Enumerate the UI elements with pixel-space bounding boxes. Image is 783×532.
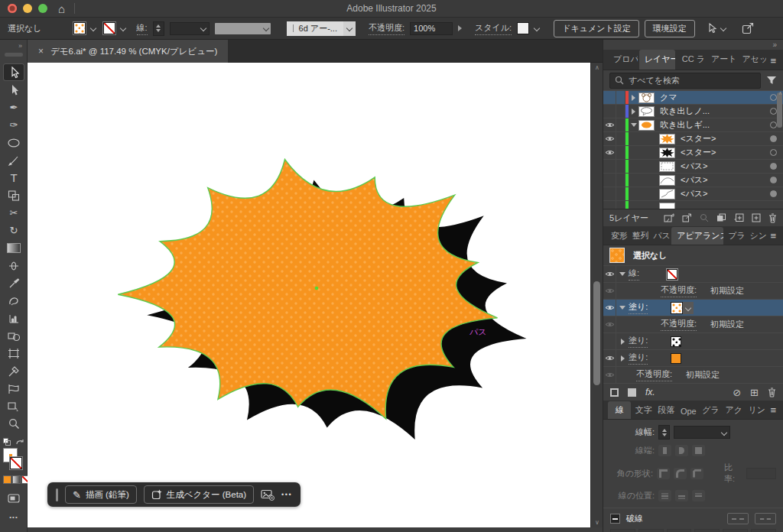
share-icon[interactable] [742, 22, 755, 34]
swap-fill-stroke-icon[interactable] [15, 438, 24, 446]
gap-field[interactable]: 0 pt [751, 529, 776, 532]
make-mask-icon[interactable] [716, 213, 726, 222]
layer-row-fukidashi-no[interactable]: 吹き出しノ... [603, 105, 783, 118]
stroke-chevron-icon[interactable] [119, 25, 125, 31]
visibility-toggle[interactable] [603, 201, 616, 209]
collapse-icon[interactable] [619, 306, 625, 310]
object-row-path-1[interactable]: <パス> [603, 160, 783, 174]
layer-name[interactable]: 吹き出しギ... [660, 119, 770, 131]
opacity-label[interactable]: 不透明度: [369, 22, 404, 35]
fill-chevron-icon[interactable] [89, 25, 96, 31]
search-input[interactable]: すべてを検索 [609, 73, 761, 89]
opacity-row-label[interactable]: 不透明度: [661, 284, 697, 297]
appearance-row-opacity-3[interactable]: 不透明度: 初期設定 [603, 367, 783, 384]
stroke-row-swatch[interactable] [667, 269, 677, 280]
fill-row-label[interactable]: 塗り: [629, 335, 648, 348]
tab-align[interactable]: 整列 [629, 227, 649, 245]
fill-row-label[interactable]: 塗り: [629, 352, 648, 365]
target-circle[interactable] [770, 108, 777, 115]
layer-thumbnail[interactable] [638, 106, 655, 117]
appearance-row-opacity-2[interactable]: 不透明度: 初期設定 [603, 316, 783, 333]
target-circle[interactable] [770, 94, 777, 101]
opacity-expand-icon[interactable] [458, 25, 462, 31]
visibility-toggle[interactable] [603, 118, 616, 131]
appearance-row-fill-orange[interactable]: 塗り: [603, 350, 783, 367]
tab-stroke[interactable]: 線 [608, 401, 631, 419]
direct-selection-tool[interactable] [4, 82, 24, 98]
brush-definition-dropdown[interactable] [215, 23, 271, 34]
home-icon[interactable]: ⌂ [58, 2, 65, 15]
toolbar-collapse-icon[interactable]: » [0, 40, 27, 50]
draw-pencil-button[interactable]: ✎ 描画 (鉛筆) [65, 485, 137, 504]
bevel-join-button[interactable] [690, 468, 703, 479]
tab-cc-libraries[interactable]: CC ラ [677, 50, 704, 70]
visibility-toggle[interactable] [603, 300, 616, 316]
object-name[interactable]: <パス> [681, 161, 770, 172]
visibility-toggle[interactable] [603, 316, 616, 332]
scissors-tool[interactable]: ✂ [4, 205, 24, 221]
panel-menu-icon[interactable]: ≡ [768, 55, 778, 70]
visibility-toggle[interactable] [603, 367, 616, 383]
eyedropper-tool[interactable] [4, 275, 24, 291]
width-tool[interactable] [4, 258, 24, 274]
fill-swatch-chevron[interactable] [683, 302, 694, 314]
dashed-line-checkbox[interactable] [610, 514, 620, 524]
graphic-style-chevron-icon[interactable] [534, 25, 540, 31]
miter-join-button[interactable] [657, 468, 670, 479]
taskbar-more-button[interactable]: ••• [281, 491, 292, 498]
layer-thumbnail[interactable] [638, 92, 655, 103]
visibility-toggle[interactable] [603, 132, 616, 145]
graphic-style-swatch[interactable] [517, 22, 529, 34]
minimize-window-button[interactable] [23, 4, 32, 13]
delete-layer-icon[interactable] [768, 213, 777, 223]
duplicate-item-icon[interactable]: ⊞ [750, 387, 759, 398]
close-window-button[interactable] [8, 4, 17, 13]
scroll-down-icon[interactable]: ∨ [591, 519, 603, 526]
edit-toolbar-button[interactable]: ••• [4, 509, 24, 525]
object-thumbnail[interactable] [659, 134, 675, 144]
generate-vector-button[interactable]: 生成ベクター (Beta) [144, 485, 254, 504]
tab-pathfinder[interactable]: パス [650, 227, 670, 245]
ellipse-tool[interactable] [4, 135, 24, 151]
export-icon[interactable] [682, 213, 692, 222]
default-fill-stroke-icon[interactable] [3, 438, 11, 446]
stroke-weight-dropdown[interactable] [170, 22, 210, 35]
layer-name[interactable]: クマ [660, 92, 770, 103]
locate-object-icon[interactable] [700, 213, 709, 222]
fill-swatch[interactable] [73, 22, 86, 34]
fill-row-swatch[interactable] [671, 302, 683, 314]
collect-export-icon[interactable] [664, 213, 674, 222]
style-preset-dropdown[interactable]: 6d アー-... [287, 21, 356, 36]
preferences-button[interactable]: 環境設定 [645, 20, 695, 37]
appearance-row-opacity-1[interactable]: 不透明度: 初期設定 [603, 283, 783, 300]
maximize-window-button[interactable] [38, 4, 47, 13]
document-tab[interactable]: × デモ6.ai* @ 117.49 % (CMYK/プレビュー) [28, 40, 228, 63]
tab-actions[interactable]: アク [722, 401, 743, 419]
appearance-menu-icon[interactable]: ≡ [768, 230, 778, 245]
object-name[interactable]: <パス> [681, 188, 770, 200]
artboard-canvas[interactable]: パス ✎ 描画 (鉛筆) 生成ベクター (Beta) ••• [28, 63, 603, 527]
opacity-field[interactable]: 100% [410, 22, 453, 35]
add-new-stroke-icon[interactable] [610, 388, 619, 397]
color-swatch-button[interactable] [3, 475, 11, 484]
layers-scrollbar-thumb[interactable] [777, 92, 782, 128]
object-thumbnail[interactable] [659, 175, 675, 186]
appearance-row-stroke[interactable]: 線: [603, 266, 783, 283]
artboard-tool[interactable] [4, 345, 24, 362]
target-circle[interactable] [770, 163, 777, 170]
opacity-row-value[interactable]: 初期設定 [686, 369, 720, 381]
toolbar-drag-handle[interactable] [5, 53, 23, 57]
shapes-group-tool[interactable] [4, 328, 24, 344]
gap-field[interactable]: 0 pt [638, 529, 664, 532]
visibility-toggle[interactable] [603, 174, 616, 187]
tab-assets[interactable]: アセッ [737, 50, 767, 70]
opacity-row-label[interactable]: 不透明度: [661, 318, 697, 331]
tab-gradient[interactable]: グラ [699, 401, 720, 419]
tab-links[interactable]: リン [745, 401, 766, 419]
panel-collapse-icon[interactable]: » [603, 40, 783, 50]
pen-tool[interactable]: ✒ [4, 99, 24, 115]
stroke-color-indicator[interactable] [10, 457, 22, 469]
layer-row-fukidashi-gi[interactable]: 吹き出しギ... [603, 118, 783, 132]
new-sublayer-icon[interactable] [734, 213, 744, 222]
tab-layers[interactable]: レイヤー [639, 50, 675, 70]
